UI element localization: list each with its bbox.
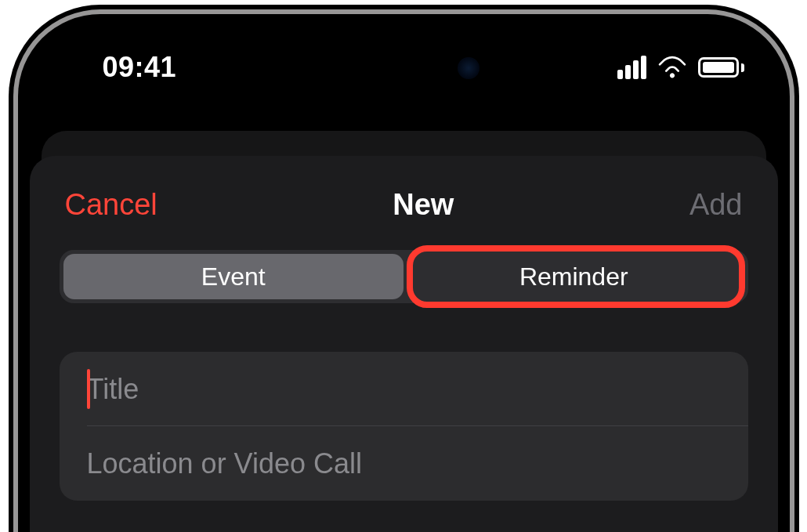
segment-reminder[interactable]: Reminder [404,254,744,299]
dynamic-island [286,42,521,94]
cellular-icon [617,56,646,79]
add-button[interactable]: Add [689,188,743,222]
details-form-group [60,352,748,501]
location-row[interactable] [60,426,748,501]
type-segmented-control: Event Reminder [60,250,748,303]
title-input[interactable] [87,373,721,406]
new-event-modal: Cancel New Add Event Reminder [30,156,778,532]
front-camera [458,57,479,79]
wifi-icon [657,56,687,79]
battery-icon [698,57,744,78]
segment-event[interactable]: Event [63,254,404,299]
text-cursor [87,369,90,409]
phone-frame: 09:41 Cancel New Add Event Reminder [18,14,790,532]
status-icons [617,56,744,79]
status-time: 09:41 [103,51,177,84]
modal-header: Cancel New Add [30,181,778,228]
location-input[interactable] [87,447,721,480]
modal-title: New [393,188,454,222]
title-row[interactable] [60,352,748,426]
cancel-button[interactable]: Cancel [65,188,157,222]
